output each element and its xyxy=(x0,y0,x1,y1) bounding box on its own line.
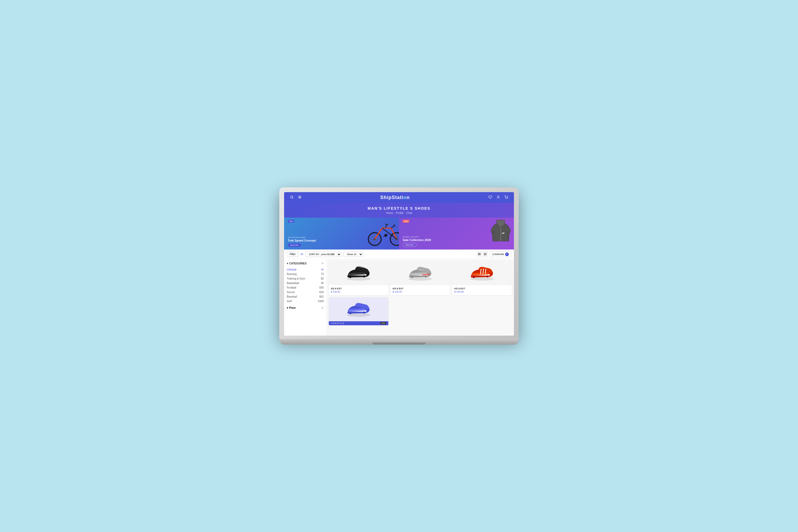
cart-icon[interactable] xyxy=(504,195,509,201)
product-price-2: $ 145.00 xyxy=(393,290,448,293)
category-item-golf[interactable]: Golf 1000 xyxy=(287,299,324,303)
svg-point-53 xyxy=(349,312,351,314)
product-name-1: KD 8 EXT xyxy=(331,287,386,290)
compare-button[interactable]: COMPARE 0 xyxy=(490,251,511,257)
compare-count: 0 xyxy=(505,252,509,256)
svg-rect-33 xyxy=(478,254,479,255)
header-left-icons xyxy=(289,195,302,201)
price-header: ▾ Price ✕ xyxy=(287,306,324,309)
banner-section: New MOUNTAIN BIKE Trek Speed Concept Mor… xyxy=(284,217,514,249)
grid-list-button[interactable] xyxy=(483,251,488,257)
svg-point-41 xyxy=(349,276,351,278)
laptop-base xyxy=(279,339,519,345)
svg-point-0 xyxy=(290,196,293,198)
bike-image xyxy=(367,219,399,248)
show-select[interactable]: Show-10 xyxy=(343,252,363,257)
svg-rect-38 xyxy=(486,254,487,255)
site-header: ShipStation xyxy=(284,192,514,203)
svg-line-26 xyxy=(391,225,395,228)
compare-label: COMPARE xyxy=(492,253,504,255)
svg-rect-32 xyxy=(479,253,480,254)
category-item-lifestyle[interactable]: Lifestyle 66 xyxy=(287,267,324,272)
badge-sale: Sale xyxy=(403,220,409,223)
price-close[interactable]: ✕ xyxy=(321,306,324,309)
svg-point-7 xyxy=(507,198,508,199)
account-icon[interactable] xyxy=(496,195,501,201)
wishlist-icon[interactable] xyxy=(488,195,493,201)
svg-rect-25 xyxy=(385,224,388,225)
menu-icon[interactable] xyxy=(297,195,302,201)
categories-close[interactable]: ✕ xyxy=(321,262,324,265)
sort-select[interactable]: SORT BY - price $5,$$$ xyxy=(305,252,341,257)
category-item-basketball[interactable]: Basketball 35 xyxy=(287,281,324,285)
product-name-3: KD 8 EXT xyxy=(454,287,510,290)
category-item-football[interactable]: Football 500 xyxy=(287,285,324,290)
product-info-3: KD 8 EXT $ 145.00 xyxy=(452,285,512,295)
category-item-baseball[interactable]: Baseball 902 xyxy=(287,294,324,299)
banner-right-btn[interactable]: More Info xyxy=(403,243,417,247)
product-image-1 xyxy=(329,261,388,285)
product-card-2: KD 8 EXT $ 145.00 xyxy=(391,261,450,295)
svg-point-54 xyxy=(363,311,365,314)
search-icon[interactable] xyxy=(289,195,294,201)
svg-point-42 xyxy=(363,275,365,278)
product-name-2: KD 8 EXT xyxy=(393,287,448,290)
product-info-1: KD 8 EXT $ 145.00 xyxy=(329,285,388,295)
category-item-running[interactable]: Running 73 xyxy=(287,272,324,277)
site-logo: ShipStation xyxy=(380,195,410,201)
breadcrumb: Home › Profile › Chat xyxy=(289,211,509,214)
svg-rect-31 xyxy=(478,253,479,254)
svg-rect-37 xyxy=(484,254,485,255)
refresh-icon[interactable]: ⟳ xyxy=(301,252,303,256)
page-title: MAN'S LIFESTYLE S SHOES xyxy=(289,206,509,210)
svg-point-6 xyxy=(506,198,506,199)
product-label-4: LIFESTYLE xyxy=(331,322,344,324)
category-list: Lifestyle 66 Running 73 Training & Gym 8… xyxy=(287,267,324,303)
svg-line-1 xyxy=(293,198,293,199)
categories-header: ▾ CATEGORIES ✕ xyxy=(287,262,324,265)
svg-rect-39 xyxy=(485,253,486,254)
category-item-training[interactable]: Training & Gym 80 xyxy=(287,277,324,281)
jacket-image xyxy=(490,219,511,246)
badge-new: New xyxy=(288,220,294,223)
svg-point-45 xyxy=(425,275,427,278)
svg-point-50 xyxy=(473,276,475,278)
product-card-3: KD 8 EXT $ 145.00 xyxy=(452,261,512,295)
header-right-icons xyxy=(488,195,509,201)
product-price-1: $ 145.00 xyxy=(331,290,386,293)
product-price-3: $ 145.00 xyxy=(454,290,510,293)
product-image-2 xyxy=(391,261,450,285)
svg-line-24 xyxy=(386,225,386,228)
banner-left: New MOUNTAIN BIKE Trek Speed Concept Mor… xyxy=(284,217,399,249)
category-item-soccer[interactable]: Soccer 628 xyxy=(287,290,324,294)
product-card-bottom-4: LIFESTYLE 20% xyxy=(329,321,388,325)
banner-left-btn[interactable]: More Info xyxy=(288,243,301,247)
products-grid: KD 8 EXT $ 145.00 xyxy=(327,259,514,336)
price-title: ▾ Price xyxy=(287,306,295,309)
categories-title: ▾ CATEGORIES xyxy=(287,262,306,265)
product-image-4 xyxy=(329,297,388,321)
grid-view-icons xyxy=(477,251,488,257)
discount-badge-4: 20% xyxy=(380,322,386,324)
product-card-4: LIFESTYLE 20% xyxy=(329,297,388,325)
svg-rect-34 xyxy=(479,254,480,255)
filter-button[interactable]: Filter xyxy=(287,252,298,257)
hero-section: MAN'S LIFESTYLE S SHOES Home › Profile ›… xyxy=(284,203,514,217)
product-card-1: KD 8 EXT $ 145.00 xyxy=(329,261,388,295)
main-content: ▾ CATEGORIES ✕ Lifestyle 66 xyxy=(284,259,514,336)
svg-point-5 xyxy=(498,196,499,197)
grid-4-button[interactable] xyxy=(477,251,482,257)
product-image-3 xyxy=(452,261,512,285)
svg-point-44 xyxy=(411,276,413,278)
filter-bar: Filter ⟳ SORT BY - price $5,$$$ Show-10 xyxy=(284,249,514,259)
sidebar: ▾ CATEGORIES ✕ Lifestyle 66 xyxy=(284,259,327,336)
product-info-2: KD 8 EXT $ 145.00 xyxy=(391,285,450,295)
svg-point-51 xyxy=(487,275,489,278)
banner-right: Sale Down Jacket Sale Collection 2020 Mo… xyxy=(399,217,514,249)
